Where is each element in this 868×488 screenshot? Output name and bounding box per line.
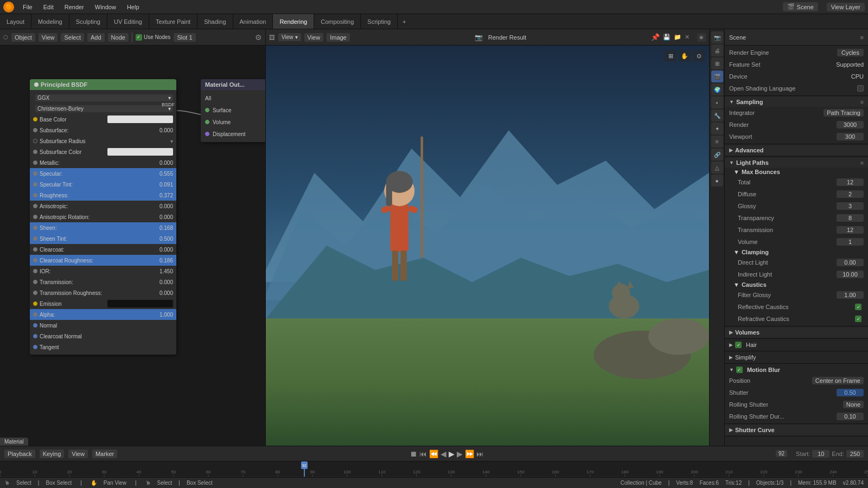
next-keyframe-icon[interactable]: ▶ xyxy=(457,450,463,458)
tab-shading[interactable]: Shading xyxy=(197,14,233,29)
end-field[interactable]: 250 xyxy=(846,450,864,458)
object-mode-btn[interactable]: Object xyxy=(11,33,35,42)
sidebar-material-icon[interactable]: ● xyxy=(711,175,723,187)
current-frame-display[interactable]: 92 xyxy=(776,450,787,457)
shutter-field[interactable]: 0.50 xyxy=(837,389,864,396)
tab-rendering[interactable]: Rendering xyxy=(273,14,314,29)
tab-uv-editing[interactable]: UV Editing xyxy=(107,14,149,29)
sidebar-output-icon[interactable]: 🖨 xyxy=(711,44,723,56)
bsdf-collapse-dot[interactable] xyxy=(34,82,39,87)
sidebar-scene-icon[interactable]: 🎬 xyxy=(711,70,723,82)
next-frame-icon[interactable]: ⏩ xyxy=(465,450,474,458)
sidebar-object-icon[interactable]: ▪ xyxy=(711,97,723,108)
sidebar-modifier-icon[interactable]: 🔧 xyxy=(711,110,723,121)
skip-start-icon[interactable]: ⏮ xyxy=(419,450,427,458)
playback-btn[interactable]: Playback xyxy=(4,450,35,458)
base-color-swatch[interactable] xyxy=(107,115,173,123)
playhead-handle[interactable]: 92 xyxy=(301,461,308,469)
play-icon[interactable]: ▶ xyxy=(449,450,455,458)
render-x-icon[interactable]: ✕ xyxy=(685,34,690,41)
tab-compositing[interactable]: Compositing xyxy=(314,14,361,29)
viewport-samples-field[interactable]: 300 xyxy=(837,133,864,140)
glossy-bounces-field[interactable]: 3 xyxy=(837,202,864,210)
max-bounces-header[interactable]: ▼ Max Bounces xyxy=(725,168,868,176)
use-nodes-toggle[interactable]: ✓ Use Nodes xyxy=(136,34,170,41)
clamping-header[interactable]: ▼ Clamping xyxy=(725,248,868,256)
total-bounces-field[interactable]: 12 xyxy=(837,178,864,186)
tab-sculpting[interactable]: Sculpting xyxy=(69,14,107,29)
material-tab[interactable]: Material xyxy=(0,438,28,446)
node-btn[interactable]: Node xyxy=(108,33,129,42)
render-pin-icon[interactable]: 📌 xyxy=(651,33,660,41)
render-samples-field[interactable]: 3000 xyxy=(837,121,864,129)
start-field[interactable]: 10 xyxy=(812,450,829,458)
render-view2-btn[interactable]: View xyxy=(304,33,324,42)
props-list-icon[interactable]: ≡ xyxy=(860,34,864,41)
light-paths-header[interactable]: ▼ Light Paths ≡ xyxy=(725,158,868,168)
sidebar-physics-icon[interactable]: ⚛ xyxy=(711,136,723,147)
select-btn[interactable]: Select xyxy=(61,33,84,42)
prev-keyframe-icon[interactable]: ◀ xyxy=(441,450,446,458)
render-image-btn[interactable]: Image xyxy=(327,33,350,42)
render-folder-icon[interactable]: 📁 xyxy=(674,34,681,41)
skip-end-icon[interactable]: ⏭ xyxy=(476,450,484,458)
node-editor-settings-icon[interactable]: ⚙ xyxy=(255,33,262,42)
volume-bounces-field[interactable]: 1 xyxy=(837,238,864,246)
menu-help[interactable]: Help xyxy=(123,3,144,11)
filter-glossy-field[interactable]: 1.00 xyxy=(837,291,864,299)
refractive-caustics-checkbox[interactable] xyxy=(855,316,861,322)
keying-btn[interactable]: Keying xyxy=(40,450,65,458)
sidebar-particles-icon[interactable]: ✦ xyxy=(711,123,723,134)
motion-blur-checkbox[interactable] xyxy=(736,367,743,373)
tab-modeling[interactable]: Modeling xyxy=(31,14,69,29)
render-layer-icon[interactable]: ⊞ xyxy=(665,50,676,62)
volumes-header[interactable]: ▶ Volumes xyxy=(725,328,868,337)
node-canvas[interactable]: Principled BSDF GGX ▾ Christensen-Burley xyxy=(0,46,265,446)
render-zoom-icon[interactable]: ⊕ xyxy=(697,33,706,42)
sampling-header[interactable]: ▼ Sampling ≡ xyxy=(725,97,868,107)
marker-btn[interactable]: Marker xyxy=(92,450,117,458)
sidebar-world-icon[interactable]: 🌍 xyxy=(711,84,723,95)
transparency-bounces-field[interactable]: 8 xyxy=(837,214,864,222)
zoom-fit-icon[interactable]: ⊙ xyxy=(693,50,705,62)
prev-frame-icon[interactable]: ⏪ xyxy=(429,450,438,458)
direct-light-field[interactable]: 0.00 xyxy=(837,259,864,266)
slot-btn[interactable]: Slot 1 xyxy=(174,33,195,42)
diffuse-bounces-field[interactable]: 2 xyxy=(837,190,864,198)
menu-file[interactable]: File xyxy=(18,3,37,11)
principled-bsdf-node[interactable]: Principled BSDF GGX ▾ Christensen-Burley xyxy=(30,79,176,355)
sidebar-constraints-icon[interactable]: 🔗 xyxy=(711,149,723,160)
reflective-caustics-checkbox[interactable] xyxy=(855,304,861,310)
menu-edit[interactable]: Edit xyxy=(39,3,58,11)
add-workspace-tab[interactable]: + xyxy=(398,15,411,28)
view-layer-selector[interactable]: View Layer xyxy=(827,3,865,11)
timeline-ruler[interactable]: 0102030405060708090100110120130140150160… xyxy=(0,461,868,477)
stop-icon[interactable]: ⏹ xyxy=(410,450,417,458)
transmission-bounces-field[interactable]: 12 xyxy=(837,226,864,234)
tab-animation[interactable]: Animation xyxy=(233,14,273,29)
hand-tool-icon[interactable]: ✋ xyxy=(679,50,691,62)
caustics-header[interactable]: ▼ Caustics xyxy=(725,280,868,289)
rolling-shutter-value[interactable]: None xyxy=(843,401,864,408)
subsurface-color-swatch[interactable] xyxy=(107,148,173,156)
distribution-dropdown[interactable]: GGX ▾ xyxy=(35,94,173,101)
tab-texture-paint[interactable]: Texture Paint xyxy=(149,14,197,29)
menu-render[interactable]: Render xyxy=(60,3,88,11)
sidebar-view-layer-icon[interactable]: ⊞ xyxy=(711,57,723,69)
render-view-canvas[interactable]: ✋ ⊙ ⊞ xyxy=(266,46,709,446)
tab-scripting[interactable]: Scripting xyxy=(361,14,398,29)
menu-window[interactable]: Window xyxy=(91,3,120,11)
emission-swatch[interactable] xyxy=(107,300,173,307)
add-btn[interactable]: Add xyxy=(87,33,105,42)
material-output-node[interactable]: Material Out... All Surface Volume xyxy=(201,79,265,142)
subsurface-method-dropdown[interactable]: Christensen-Burley ▾ xyxy=(35,105,173,112)
osl-checkbox[interactable] xyxy=(857,85,864,92)
indirect-light-field[interactable]: 10.00 xyxy=(837,271,864,278)
sidebar-render-icon[interactable]: 📷 xyxy=(711,31,723,43)
view-select-btn[interactable]: View ▾ xyxy=(278,33,301,41)
use-nodes-checkbox[interactable]: ✓ xyxy=(136,34,142,41)
shutter-curve-header[interactable]: ▶ Shutter Curve xyxy=(725,425,868,435)
advanced-header[interactable]: ▶ Advanced xyxy=(725,145,868,155)
render-save-icon[interactable]: 💾 xyxy=(663,34,671,41)
rolling-dur-field[interactable]: 0.10 xyxy=(837,413,864,420)
